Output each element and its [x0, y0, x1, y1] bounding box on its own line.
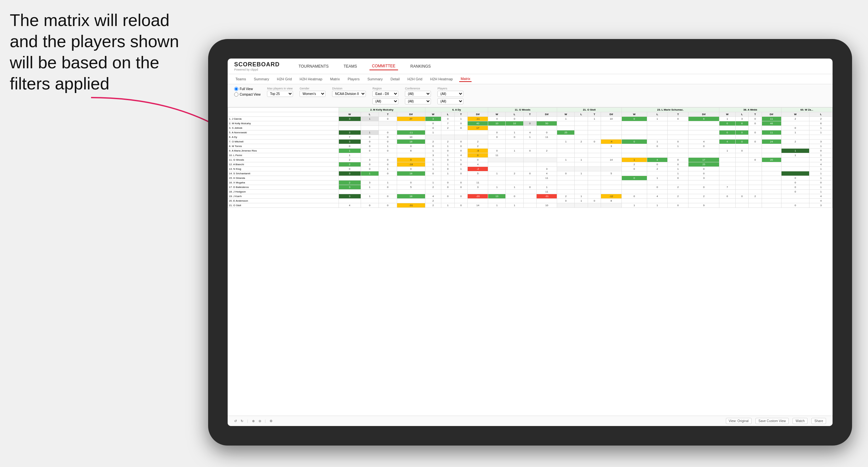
settings-icon[interactable]: ⚙ [270, 419, 273, 423]
player-name: 16. X Mcgaha [228, 181, 339, 185]
matrix-cell: 1 [379, 181, 397, 185]
matrix-cell: -9 [468, 149, 488, 153]
subnav-matrix2[interactable]: Matrix [459, 76, 471, 82]
matrix-cell [719, 190, 736, 194]
matrix-cell: 2 [668, 194, 688, 199]
share-btn[interactable]: Share [811, 418, 826, 424]
matrix-cell: 1 [575, 199, 588, 203]
matrix-cell [601, 121, 621, 126]
matrix-cell: 3 [809, 203, 833, 208]
matrix-cell [668, 199, 688, 203]
subnav-h2h-grid[interactable]: H2H Grid [275, 76, 293, 82]
matrix-cell [506, 176, 523, 181]
players-select[interactable]: (All) [437, 91, 463, 97]
gender-select[interactable]: Women's [300, 91, 326, 97]
nav-teams[interactable]: TEAMS [341, 63, 359, 70]
sub-dif-5: Dif [688, 112, 719, 117]
matrix-cell: 1 [488, 203, 506, 208]
table-row: 17. D Ballesteros310520031101020701 [228, 185, 833, 190]
division-select[interactable]: NCAA Division II [332, 91, 366, 97]
region-select2[interactable]: (All) [372, 98, 398, 104]
matrix-cell [719, 199, 736, 203]
matrix-cell [488, 126, 506, 130]
subnav-matrix[interactable]: Matrix [329, 76, 341, 82]
subnav-detail[interactable]: Detail [389, 76, 401, 82]
matrix-cell: 2 [339, 162, 361, 167]
matrix-cell [397, 190, 425, 194]
matrix-cell [762, 172, 781, 176]
matrix-cell [506, 167, 523, 172]
matrix-cell: 0 [719, 194, 736, 199]
matrix-cell [762, 149, 781, 153]
conference-select[interactable]: (All) [405, 91, 431, 97]
matrix-cell: 13 [488, 194, 506, 199]
matrix-cell: 0 [361, 135, 379, 139]
region-label: Region [372, 87, 398, 90]
matrix-cell [575, 135, 588, 139]
matrix-cell [488, 158, 506, 162]
nav-committee[interactable]: COMMITTEE [369, 62, 398, 70]
player-name: 3. S Jelinek [228, 126, 339, 130]
matrix-cell: 0 [397, 144, 425, 149]
logo-title: SCOREBOARD [234, 61, 280, 68]
matrix-cell: 1 [506, 130, 523, 135]
matrix-cell: 0 [719, 130, 736, 135]
matrix-cell: 1 [454, 158, 467, 162]
subnav-players[interactable]: Players [346, 76, 361, 82]
redo-icon[interactable]: ↻ [241, 419, 243, 423]
matrix-cell [588, 172, 601, 176]
matrix-cell [719, 153, 736, 158]
matrix-cell [468, 176, 488, 181]
matrix-cell [601, 203, 621, 208]
matrix-cell: 0 [454, 185, 467, 190]
matrix-cell [621, 199, 647, 203]
matrix-cell: 2 [781, 139, 809, 144]
matrix-cell [506, 139, 523, 144]
subnav-h2h-grid2[interactable]: H2H Grid [406, 76, 424, 82]
nav-rankings[interactable]: RANKINGS [408, 63, 434, 70]
matrix-cell [339, 176, 361, 181]
matrix-cell: 4 [647, 158, 668, 162]
sub-header-player [228, 112, 339, 117]
view-original-btn[interactable]: View: Original [726, 418, 752, 424]
zoom-in-icon[interactable]: ⊕ [252, 419, 255, 423]
matrix-cell [575, 185, 588, 190]
max-players-filter: Max players in view Top 25 [267, 87, 293, 97]
matrix-cell: 2 [557, 194, 575, 199]
zoom-out-icon[interactable]: ⊖ [258, 419, 261, 423]
matrix-cell: 9 [688, 203, 719, 208]
subnav-summary2[interactable]: Summary [366, 76, 384, 82]
watch-btn[interactable]: Watch [793, 418, 807, 424]
players-select2[interactable]: (All) [437, 98, 463, 104]
matrix-cell: 2 [425, 199, 441, 203]
matrix-cell: 5 [601, 172, 621, 176]
matrix-cell: 0 [488, 130, 506, 135]
matrix-cell [719, 176, 736, 181]
matrix-cell [668, 126, 688, 130]
matrix-cell: 0 [749, 117, 762, 121]
undo-icon[interactable]: ↺ [234, 419, 237, 423]
save-custom-btn[interactable]: Save Custom View [755, 418, 789, 424]
subnav-h2h-heatmap[interactable]: H2H Heatmap [298, 76, 323, 82]
matrix-cell [621, 135, 647, 139]
matrix-cell: 2 [468, 139, 488, 144]
compact-view-radio[interactable]: Compact View [234, 92, 260, 97]
max-players-select[interactable]: Top 25 [267, 91, 293, 97]
subnav-h2h-heatmap2[interactable]: H2H Heatmap [429, 76, 454, 82]
matrix-cell [762, 194, 781, 199]
matrix-cell: 1 [361, 194, 379, 199]
conference-select2[interactable]: (All) [405, 98, 431, 104]
col-header-3: 11. G Woods [488, 107, 557, 112]
region-select[interactable]: East - DII [372, 91, 398, 97]
matrix-cell [488, 162, 506, 167]
table-row: 6. A Dy7001000111 [228, 135, 833, 139]
nav-tournaments[interactable]: TOURNAMENTS [296, 63, 331, 70]
matrix-cell [647, 199, 668, 203]
full-view-radio[interactable]: Full View [234, 87, 260, 91]
subnav-summary[interactable]: Summary [252, 76, 270, 82]
matrix-wrapper[interactable]: 2. M Kelly Mulcahy 6. A Dy 11. G Woods 2… [228, 107, 833, 416]
matrix-cell [588, 162, 601, 167]
matrix-cell: 0 [735, 149, 748, 153]
subnav-teams[interactable]: Teams [234, 76, 247, 82]
matrix-cell [468, 130, 488, 135]
